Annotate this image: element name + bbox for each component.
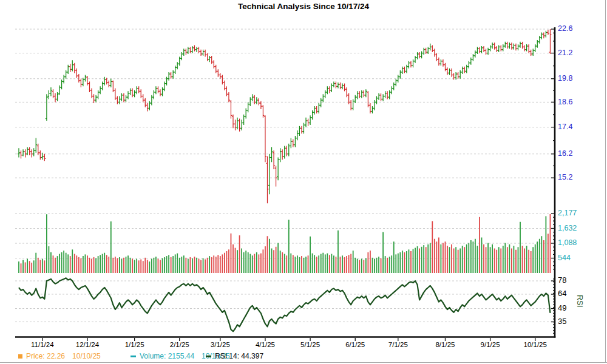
- volume-legend-marker-icon: [131, 356, 136, 357]
- rsi-tick-label: 78: [558, 275, 566, 285]
- price-tick-label: 19.8: [558, 74, 572, 83]
- rsi-legend-label: RSI 14: 44.397: [215, 352, 263, 360]
- volume-legend-label: Volume: 2155.44: [140, 352, 194, 360]
- right-axis: [551, 27, 555, 338]
- x-axis-label: 4/1/25: [256, 341, 275, 348]
- chart-canvas: 22.621.219.818.617.416.215.22,1771,6321,…: [0, 0, 607, 364]
- price-tick-label: 16.2: [558, 149, 572, 158]
- price-legend-date: 10/10/25: [72, 352, 101, 360]
- rsi-line: [19, 278, 550, 331]
- legend-item-rsi: RSI 14: 44.397: [206, 352, 263, 360]
- rsi-axis-title: RSI: [575, 295, 584, 308]
- x-axis-label: 12/1/24: [76, 341, 100, 348]
- volume-tick-label: 2,177: [558, 209, 577, 217]
- rsi-tick-label: 35: [558, 317, 566, 326]
- legend-item-price: Price: 22.26 10/10/25: [18, 352, 101, 360]
- volume-axis-labels: 2,1771,6321,088544: [558, 209, 577, 262]
- volume-tick-label: 1,088: [558, 238, 577, 247]
- chart-window: Technical Analysis Since 10/17/24 22.621…: [0, 0, 607, 364]
- x-axis-label: 6/1/25: [345, 341, 365, 348]
- x-axis-label: 10/1/25: [524, 341, 547, 348]
- volume-series: [19, 214, 550, 273]
- rsi-tick-label: 49: [558, 303, 566, 312]
- gridlines: [15, 29, 554, 322]
- x-axis-label: 3/1/25: [211, 341, 230, 348]
- price-tick-label: 21.2: [558, 49, 572, 57]
- price-legend-label: Price: 22.26: [26, 352, 65, 360]
- x-axis-label: 1/1/25: [125, 341, 144, 348]
- x-axis-label: 7/1/25: [388, 341, 408, 348]
- window-right-border: [605, 0, 606, 363]
- x-axis-label: 2/1/25: [170, 341, 189, 348]
- price-tick-label: 15.2: [558, 173, 572, 181]
- month-labels: 11/1/2412/1/241/1/252/1/253/1/254/1/255/…: [31, 341, 547, 348]
- price-tick-label: 18.6: [558, 98, 572, 106]
- rsi-axis-title-text: RSI: [575, 295, 584, 308]
- volume-tick-label: 544: [558, 254, 571, 262]
- window-bottom-border: [0, 362, 607, 363]
- price-axis-labels: 22.621.219.818.617.416.215.2: [558, 24, 572, 181]
- price-legend-marker-icon: [18, 354, 22, 359]
- x-axis-label: 5/1/25: [300, 341, 320, 348]
- x-axis-label: 8/1/25: [435, 341, 455, 348]
- x-axis-label: 11/1/24: [31, 341, 54, 348]
- rsi-axis-labels: 78644935: [558, 275, 566, 326]
- rsi-legend-marker-icon: [206, 356, 211, 357]
- price-tick-label: 17.4: [558, 123, 572, 131]
- price-series: [18, 29, 551, 203]
- rsi-tick-label: 64: [558, 289, 566, 298]
- price-tick-label: 22.6: [558, 24, 572, 33]
- x-axis-label: 9/1/25: [481, 341, 500, 348]
- volume-tick-label: 1,632: [558, 224, 577, 232]
